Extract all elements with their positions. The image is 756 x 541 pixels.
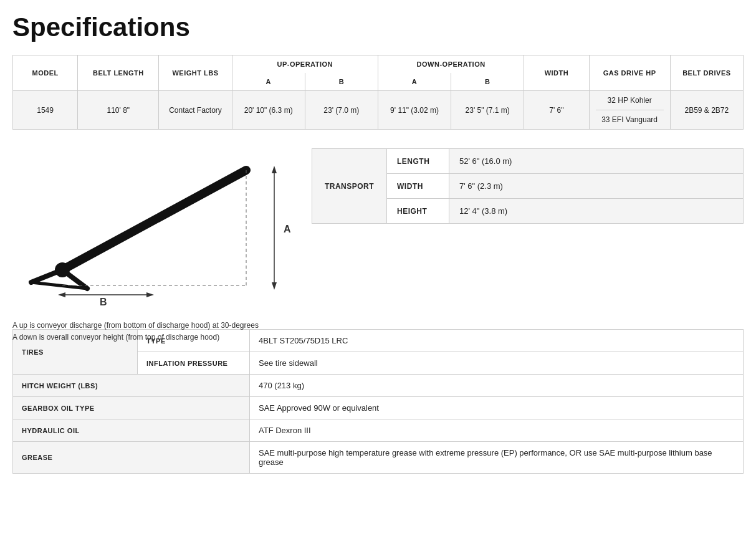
gearbox-oil-value: SAE Approved 90W or equivalent bbox=[250, 397, 744, 419]
cell-down-b: 23' 5" (7.1 m) bbox=[451, 91, 524, 130]
col-header-up: UP-OPERATION bbox=[232, 55, 378, 74]
col-header-belt-drives: BELT DRIVES bbox=[670, 55, 743, 91]
svg-marker-11 bbox=[146, 292, 154, 297]
svg-text:B: B bbox=[100, 297, 107, 307]
tires-inflation-value: See tire sidewall bbox=[250, 352, 744, 375]
hydraulic-oil-row: HYDRAULIC OIL ATF Dexron III bbox=[13, 419, 744, 442]
col-header-down: DOWN-OPERATION bbox=[378, 55, 524, 74]
cell-belt-length: 110' 8" bbox=[78, 91, 159, 130]
col-header-gas: GAS DRIVE HP bbox=[589, 55, 670, 91]
conveyor-diagram: A B bbox=[12, 148, 299, 310]
transport-width-key: WIDTH bbox=[387, 174, 449, 199]
grease-value: SAE multi-purpose high temperature greas… bbox=[250, 442, 744, 474]
svg-marker-10 bbox=[58, 292, 65, 297]
note-line1: A up is conveyor discharge (from bottom … bbox=[12, 320, 299, 332]
spec-table: MODEL BELT LENGTH WEIGHT LBS UP-OPERATIO… bbox=[12, 55, 744, 130]
hitch-weight-label: HITCH WEIGHT (LBS) bbox=[13, 375, 250, 397]
col-header-down-a: A bbox=[378, 73, 451, 91]
gas-hp-line2: 33 EFI Vanguard bbox=[596, 115, 664, 124]
transport-height-value: 12' 4" (3.8 m) bbox=[449, 199, 744, 224]
transport-height-key: HEIGHT bbox=[387, 199, 449, 224]
transport-length-value: 52' 6" (16.0 m) bbox=[449, 149, 744, 174]
transport-wrapper: TRANSPORT LENGTH 52' 6" (16.0 m) WIDTH 7… bbox=[312, 148, 744, 224]
tires-inflation-key: INFLATION PRESSURE bbox=[138, 352, 250, 375]
cell-down-a: 9' 11" (3.02 m) bbox=[378, 91, 451, 130]
col-header-up-a: A bbox=[232, 73, 305, 91]
page-title: Specifications bbox=[12, 12, 744, 42]
gas-hp-line1: 32 HP Kohler bbox=[596, 96, 664, 110]
transport-width-value: 7' 6" (2.3 m) bbox=[449, 174, 744, 199]
cell-model: 1549 bbox=[13, 91, 78, 130]
svg-text:A: A bbox=[284, 224, 291, 234]
svg-line-0 bbox=[62, 170, 246, 270]
cell-up-b: 23' (7.0 m) bbox=[305, 91, 378, 130]
col-header-up-b: B bbox=[305, 73, 378, 91]
col-header-down-b: B bbox=[451, 73, 524, 91]
gearbox-oil-row: GEARBOX OIL TYPE SAE Approved 90W or equ… bbox=[13, 397, 744, 419]
cell-gas-hp: 32 HP Kohler 33 EFI Vanguard bbox=[589, 91, 670, 130]
hydraulic-oil-label: HYDRAULIC OIL bbox=[13, 419, 250, 442]
table-row: 1549 110' 8" Contact Factory 20' 10" (6.… bbox=[13, 91, 744, 130]
diagram-container: A B A up is conveyor discharge (from bot… bbox=[12, 148, 299, 310]
col-header-belt: BELT LENGTH bbox=[78, 55, 159, 91]
col-header-weight: WEIGHT LBS bbox=[159, 55, 232, 91]
grease-row: GREASE SAE multi-purpose high temperatur… bbox=[13, 442, 744, 474]
transport-length-key: LENGTH bbox=[387, 149, 449, 174]
note-line2: A down is overall conveyor height (from … bbox=[12, 332, 299, 343]
svg-marker-7 bbox=[272, 282, 277, 290]
grease-label: GREASE bbox=[13, 442, 250, 474]
gearbox-oil-label: GEARBOX OIL TYPE bbox=[13, 397, 250, 419]
hitch-weight-row: HITCH WEIGHT (LBS) 470 (213 kg) bbox=[13, 375, 744, 397]
diagram-notes: A up is conveyor discharge (from bottom … bbox=[12, 320, 299, 343]
cell-width: 7' 6" bbox=[524, 91, 589, 130]
hydraulic-oil-value: ATF Dexron III bbox=[250, 419, 744, 442]
transport-length-row: TRANSPORT LENGTH 52' 6" (16.0 m) bbox=[312, 149, 744, 174]
transport-table: TRANSPORT LENGTH 52' 6" (16.0 m) WIDTH 7… bbox=[312, 148, 744, 224]
col-header-model: MODEL bbox=[13, 55, 78, 91]
cell-weight: Contact Factory bbox=[159, 91, 232, 130]
col-header-width: WIDTH bbox=[524, 55, 589, 91]
hitch-weight-value: 470 (213 kg) bbox=[250, 375, 744, 397]
svg-marker-6 bbox=[272, 166, 277, 173]
bottom-specs-table: TIRES TYPE 4BLT ST205/75D15 LRC INFLATIO… bbox=[12, 329, 744, 474]
cell-belt-drives: 2B59 & 2B72 bbox=[670, 91, 743, 130]
transport-label: TRANSPORT bbox=[312, 149, 387, 224]
cell-up-a: 20' 10" (6.3 m) bbox=[232, 91, 305, 130]
tires-type-value: 4BLT ST205/75D15 LRC bbox=[250, 330, 744, 352]
diagram-section: A B A up is conveyor discharge (from bot… bbox=[12, 148, 744, 310]
svg-point-4 bbox=[55, 262, 70, 277]
